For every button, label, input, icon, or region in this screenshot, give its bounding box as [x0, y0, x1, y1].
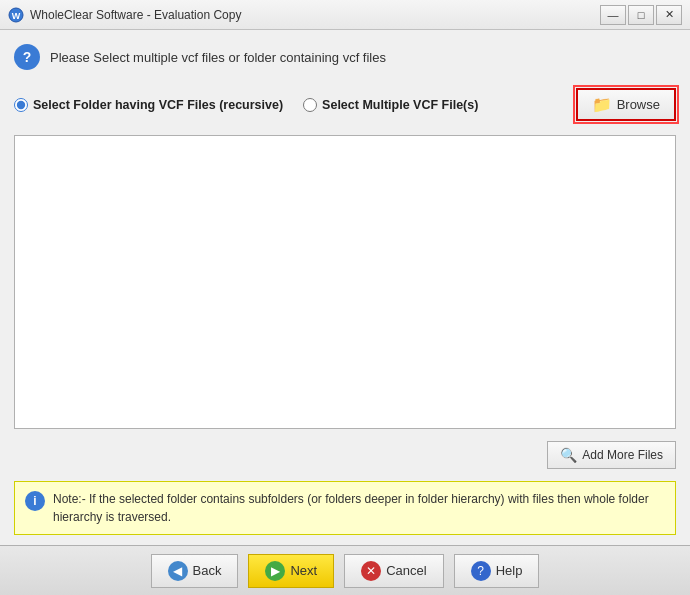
title-bar: W WholeClear Software - Evaluation Copy … [0, 0, 690, 30]
radio-files-label: Select Multiple VCF File(s) [322, 98, 478, 112]
folder-icon: 📁 [592, 95, 612, 114]
app-icon: W [8, 7, 24, 23]
radio-folder-input[interactable] [14, 98, 28, 112]
cancel-label: Cancel [386, 563, 426, 578]
file-list-area[interactable] [14, 135, 676, 429]
main-content: ? Please Select multiple vcf files or fo… [0, 30, 690, 545]
radio-folder-option[interactable]: Select Folder having VCF Files (recursiv… [14, 98, 283, 112]
help-label: Help [496, 563, 523, 578]
close-button[interactable]: ✕ [656, 5, 682, 25]
next-label: Next [290, 563, 317, 578]
browse-button-label: Browse [617, 97, 660, 112]
bottom-bar: ◀ Back ▶ Next ✕ Cancel ? Help [0, 545, 690, 595]
svg-text:W: W [12, 11, 21, 21]
window-controls[interactable]: — □ ✕ [600, 5, 682, 25]
help-icon: ? [471, 561, 491, 581]
radio-files-input[interactable] [303, 98, 317, 112]
note-text: Note:- If the selected folder contains s… [53, 490, 665, 526]
radio-options: Select Folder having VCF Files (recursiv… [14, 98, 478, 112]
help-button[interactable]: ? Help [454, 554, 540, 588]
radio-folder-label: Select Folder having VCF Files (recursiv… [33, 98, 283, 112]
radio-row: Select Folder having VCF Files (recursiv… [14, 82, 676, 127]
back-label: Back [193, 563, 222, 578]
next-button[interactable]: ▶ Next [248, 554, 334, 588]
maximize-button[interactable]: □ [628, 5, 654, 25]
back-button[interactable]: ◀ Back [151, 554, 239, 588]
next-icon: ▶ [265, 561, 285, 581]
header-row: ? Please Select multiple vcf files or fo… [14, 40, 676, 74]
title-bar-left: W WholeClear Software - Evaluation Copy [8, 7, 241, 23]
cancel-icon: ✕ [361, 561, 381, 581]
header-text: Please Select multiple vcf files or fold… [50, 50, 386, 65]
browse-button[interactable]: 📁 Browse [576, 88, 676, 121]
radio-files-option[interactable]: Select Multiple VCF File(s) [303, 98, 478, 112]
back-icon: ◀ [168, 561, 188, 581]
note-info-icon: i [25, 491, 45, 511]
add-more-files-button[interactable]: 🔍 Add More Files [547, 441, 676, 469]
window-title: WholeClear Software - Evaluation Copy [30, 8, 241, 22]
note-area: i Note:- If the selected folder contains… [14, 481, 676, 535]
add-more-icon: 🔍 [560, 447, 577, 463]
add-more-label: Add More Files [582, 448, 663, 462]
help-circle-icon: ? [14, 44, 40, 70]
minimize-button[interactable]: — [600, 5, 626, 25]
add-more-row: 🔍 Add More Files [14, 437, 676, 473]
cancel-button[interactable]: ✕ Cancel [344, 554, 443, 588]
